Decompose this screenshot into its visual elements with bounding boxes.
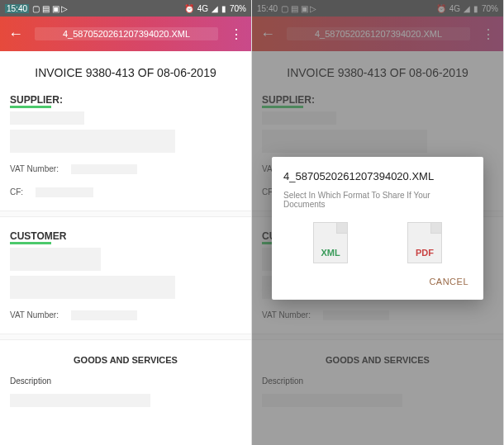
vat-label-2: VAT Number:: [10, 310, 59, 320]
more-icon[interactable]: ⋮: [230, 26, 243, 42]
goods-label: GOODS AND SERVICES: [0, 347, 251, 373]
vat-line-2: VAT Number:: [0, 304, 251, 327]
share-dialog: 4_587052026120739­4020.XML Select In Whi…: [272, 157, 483, 300]
screen-right: 15:40 ▢ ▤ ▣ ▷ ⏰ 4G ◢ ▮ 70% ← 4_587052026…: [252, 0, 504, 445]
status-icons-left: ▢ ▤ ▣ ▷: [32, 4, 68, 13]
cf-label: CF:: [10, 187, 23, 196]
battery-pct: 70%: [230, 4, 246, 13]
app-bar: ← 4_587052026120739­4020.XML ⋮: [0, 17, 251, 51]
network-icon: 4G: [197, 4, 208, 13]
divider-2: [0, 334, 251, 340]
customer-label: CUSTOMER: [0, 224, 76, 242]
dialog-options: XML PDF: [283, 220, 472, 263]
cf-line: CF:: [0, 181, 251, 204]
redacted-desc: [10, 394, 150, 407]
battery-icon: ▮: [221, 4, 226, 13]
pdf-icon: PDF: [412, 247, 437, 258]
redacted-customer-addr: [10, 276, 175, 299]
xml-icon: XML: [317, 247, 343, 258]
signal-icon: ◢: [212, 4, 218, 13]
screen-left: 15:40 ▢ ▤ ▣ ▷ ⏰ 4G ◢ ▮ 70% ← 4_587052026…: [0, 0, 252, 445]
redacted-vat: [71, 164, 137, 174]
vat-label: VAT Number:: [10, 164, 59, 173]
app-title: 4_587052026120739­4020.XML: [35, 27, 218, 40]
dialog-title: 4_587052026120739­4020.XML: [283, 170, 472, 182]
status-time: 15:40: [5, 4, 29, 13]
content-left: INVOICE 9380-413 OF 08-06-2019 SUPPLIER:…: [0, 51, 251, 445]
invoice-title: INVOICE 9380-413 OF 08-06-2019: [0, 51, 251, 88]
divider: [0, 211, 251, 217]
desc-label: Description: [0, 373, 251, 389]
vat-line: VAT Number:: [0, 158, 251, 181]
redacted-customer-vat: [71, 310, 137, 320]
pdf-option[interactable]: PDF: [404, 220, 445, 263]
supplier-label: SUPPLIER:: [0, 88, 73, 106]
xml-option[interactable]: XML: [310, 220, 351, 263]
back-icon[interactable]: ←: [8, 26, 23, 43]
alarm-icon: ⏰: [184, 4, 194, 13]
dialog-subtitle: Select In Which Format To Share If Your …: [283, 191, 472, 209]
cancel-button[interactable]: CANCEL: [426, 272, 472, 291]
redacted-supplier-addr: [10, 130, 175, 153]
redacted-supplier-name: [10, 111, 84, 125]
redacted-customer-name: [10, 248, 101, 271]
status-bar: 15:40 ▢ ▤ ▣ ▷ ⏰ 4G ◢ ▮ 70%: [0, 0, 251, 17]
redacted-cf: [36, 187, 93, 197]
